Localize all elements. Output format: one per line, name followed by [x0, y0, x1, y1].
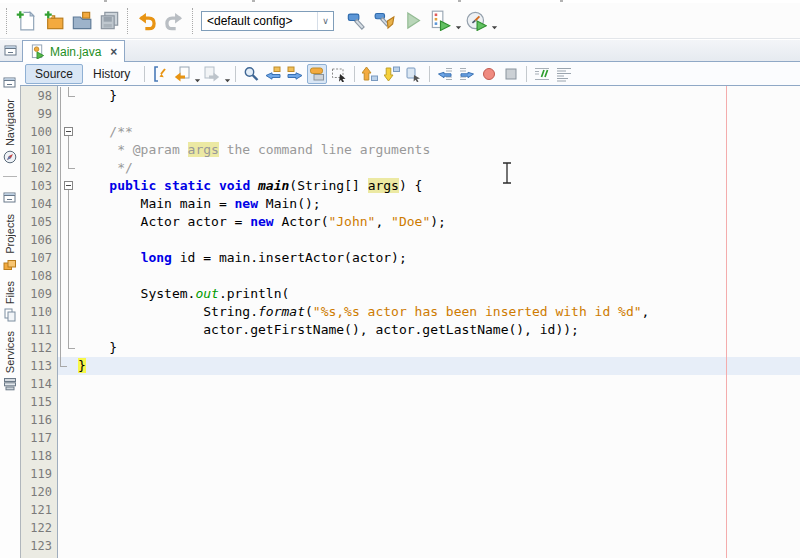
dropdown-caret-icon[interactable] [224, 70, 231, 77]
tab-main-java[interactable]: Main.java × [22, 40, 125, 62]
code-line-109[interactable]: 109 System.out.println( [20, 285, 800, 303]
fold-margin[interactable] [58, 231, 78, 249]
new-file-icon[interactable] [11, 7, 39, 35]
shift-left-icon[interactable] [435, 64, 455, 84]
last-edit-icon[interactable] [150, 64, 170, 84]
source-view-button[interactable]: Source [25, 64, 83, 84]
debug-project-icon[interactable] [426, 7, 454, 35]
code-line-116[interactable]: 116 [20, 411, 800, 429]
macro-stop-icon[interactable] [501, 64, 521, 84]
open-project-icon[interactable] [67, 7, 95, 35]
line-number[interactable]: 110 [20, 303, 58, 321]
line-number[interactable]: 120 [20, 483, 58, 501]
line-number[interactable]: 102 [20, 159, 58, 177]
new-project-icon[interactable] [39, 7, 67, 35]
line-number[interactable]: 108 [20, 267, 58, 285]
code-line-100[interactable]: 100 /** [20, 123, 800, 141]
code-line-123[interactable]: 123 [20, 537, 800, 555]
fold-margin[interactable] [58, 213, 78, 231]
line-number[interactable]: 118 [20, 447, 58, 465]
fold-margin[interactable] [58, 501, 78, 519]
history-view-button[interactable]: History [83, 64, 140, 84]
toggle-bookmark-icon[interactable] [404, 64, 424, 84]
line-number[interactable]: 117 [20, 429, 58, 447]
fold-margin[interactable] [58, 393, 78, 411]
fold-margin[interactable] [58, 141, 78, 159]
find-icon[interactable] [241, 64, 261, 84]
fold-margin[interactable] [58, 483, 78, 501]
fold-margin[interactable] [58, 465, 78, 483]
sidebar-item-navigator[interactable]: Navigator [3, 99, 17, 164]
line-number[interactable]: 104 [20, 195, 58, 213]
fold-margin[interactable] [58, 447, 78, 465]
code-line-104[interactable]: 104 Main main = new Main(); [20, 195, 800, 213]
fold-margin[interactable] [58, 177, 78, 195]
line-number[interactable]: 99 [20, 105, 58, 123]
fold-margin[interactable] [58, 87, 78, 105]
profile-icon[interactable] [462, 7, 490, 35]
code-line-119[interactable]: 119 [20, 465, 800, 483]
save-all-icon[interactable] [95, 7, 123, 35]
line-number[interactable]: 119 [20, 465, 58, 483]
line-number[interactable]: 114 [20, 375, 58, 393]
uncomment-icon[interactable] [554, 64, 574, 84]
sidebar-item-services[interactable]: Services [3, 331, 17, 391]
chevron-down-icon[interactable]: ∨ [317, 12, 333, 30]
code-line-118[interactable]: 118 [20, 447, 800, 465]
dock-window-icon[interactable] [3, 76, 17, 90]
fold-margin[interactable] [58, 519, 78, 537]
run-icon[interactable] [398, 7, 426, 35]
line-number[interactable]: 106 [20, 231, 58, 249]
fold-margin[interactable] [58, 285, 78, 303]
sidebar-item-files[interactable]: Files [3, 281, 17, 322]
next-bookmark-icon[interactable] [382, 64, 402, 84]
code-line-117[interactable]: 117 [20, 429, 800, 447]
dropdown-caret-icon[interactable] [455, 17, 462, 24]
code-line-102[interactable]: 102 */ [20, 159, 800, 177]
dropdown-caret-icon[interactable] [194, 70, 201, 77]
line-number[interactable]: 101 [20, 141, 58, 159]
fold-margin[interactable] [58, 321, 78, 339]
code-line-121[interactable]: 121 [20, 501, 800, 519]
code-line-113[interactable]: 113} [20, 357, 800, 375]
close-tab-icon[interactable]: × [110, 45, 117, 59]
nav-forward-icon[interactable] [202, 64, 222, 84]
code-editor[interactable]: 98 }99100 /**101 * @param args the comma… [20, 86, 800, 558]
undo-icon[interactable] [132, 7, 160, 35]
redo-icon[interactable] [160, 7, 188, 35]
fold-margin[interactable] [58, 195, 78, 213]
rect-selection-icon[interactable] [329, 64, 349, 84]
fold-margin[interactable] [58, 123, 78, 141]
line-number[interactable]: 105 [20, 213, 58, 231]
fold-margin[interactable] [58, 429, 78, 447]
line-number[interactable]: 116 [20, 411, 58, 429]
code-line-105[interactable]: 105 Actor actor = new Actor("John", "Doe… [20, 213, 800, 231]
shift-right-icon[interactable] [457, 64, 477, 84]
fold-margin[interactable] [58, 375, 78, 393]
find-previous-icon[interactable] [263, 64, 283, 84]
code-line-103[interactable]: 103 public static void main(String[] arg… [20, 177, 800, 195]
line-number[interactable]: 109 [20, 285, 58, 303]
code-line-107[interactable]: 107 long id = main.insertActor(actor); [20, 249, 800, 267]
code-line-114[interactable]: 114 [20, 375, 800, 393]
fold-margin[interactable] [58, 339, 78, 357]
nav-back-icon[interactable] [172, 64, 192, 84]
comment-icon[interactable] [532, 64, 552, 84]
dock-window-icon[interactable] [3, 191, 17, 205]
line-number[interactable]: 112 [20, 339, 58, 357]
line-number[interactable]: 113 [20, 357, 58, 375]
dropdown-caret-icon[interactable] [491, 17, 498, 24]
code-line-99[interactable]: 99 [20, 105, 800, 123]
code-line-98[interactable]: 98 } [20, 87, 800, 105]
build-icon[interactable] [342, 7, 370, 35]
code-line-106[interactable]: 106 [20, 231, 800, 249]
fold-margin[interactable] [58, 303, 78, 321]
line-number[interactable]: 100 [20, 123, 58, 141]
code-line-101[interactable]: 101 * @param args the command line argum… [20, 141, 800, 159]
fold-margin[interactable] [58, 159, 78, 177]
line-number[interactable]: 103 [20, 177, 58, 195]
toggle-highlight-icon[interactable] [307, 64, 327, 84]
code-line-120[interactable]: 120 [20, 483, 800, 501]
line-number[interactable]: 115 [20, 393, 58, 411]
code-line-115[interactable]: 115 [20, 393, 800, 411]
